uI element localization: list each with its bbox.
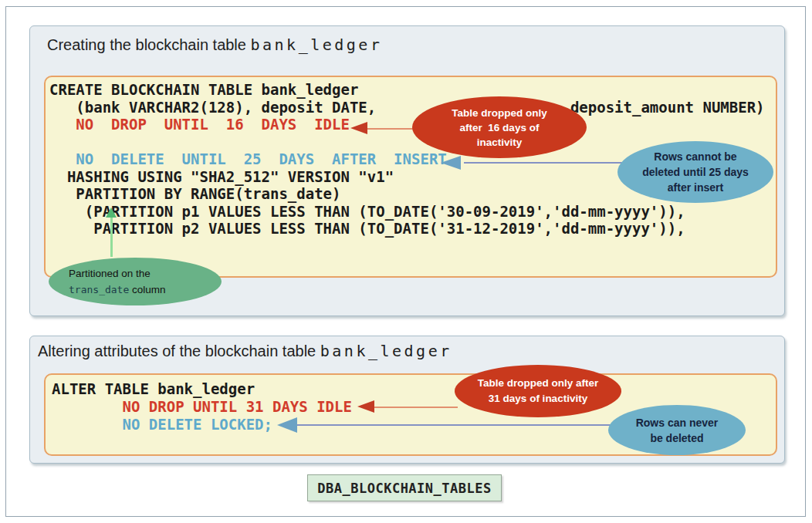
code-line: (PARTITION p1 VALUES LESS THAN (TO_DATE(…	[49, 203, 765, 221]
callout-drop-ellipse: Table dropped only after 31 days of inac…	[455, 365, 621, 417]
callout-delete-ellipse: Rows can never be deleted	[608, 405, 746, 455]
callout-text-suffix: column	[129, 284, 165, 295]
delete-arrow-head-icon	[277, 417, 297, 433]
callout-text: after 16 days of	[460, 120, 540, 135]
partition-arrow-head-icon	[106, 208, 117, 218]
callout-text: Table dropped only	[452, 106, 547, 120]
callout-delete-ellipse: Rows cannot be deleted until 25 days aft…	[617, 141, 773, 203]
delete-arrow-head-icon	[441, 156, 461, 170]
callout-text: after insert	[668, 180, 723, 195]
drop-arrow-line	[373, 407, 458, 408]
dba-blockchain-tables-label: DBA_BLOCKCHAIN_TABLES	[317, 481, 491, 496]
callout-code-fragment: trans_date	[69, 284, 129, 295]
panel-alter-table: Altering attributes of the blockchain ta…	[29, 336, 785, 464]
drop-arrow-head-icon	[350, 122, 367, 134]
code-line-no-drop: NO DROP UNTIL 16 DAYS IDLE	[49, 116, 765, 133]
panel2-title: Altering attributes of the blockchain ta…	[38, 342, 452, 360]
callout-drop-ellipse: Table dropped only after 16 days of inac…	[412, 96, 587, 158]
panel1-title-text: Creating the blockchain table	[47, 36, 251, 53]
callout-text: inactivity	[477, 135, 523, 150]
callout-text: Partitioned on the	[69, 265, 151, 282]
code-line-no-drop: NO DROP UNTIL 31 DAYS IDLE	[52, 398, 352, 416]
callout-text: Rows can never	[636, 415, 719, 430]
callout-partition-ellipse: Partitioned on the trans_date column	[49, 258, 222, 305]
callout-text: deleted until 25 days	[642, 164, 749, 180]
delete-arrow-line	[294, 424, 611, 426]
partition-arrow-line	[110, 217, 113, 257]
dba-blockchain-tables-box: DBA_BLOCKCHAIN_TABLES	[307, 474, 502, 501]
code-line: ALTER TABLE bank_ledger	[52, 380, 352, 398]
callout-text: Table dropped only after	[478, 376, 599, 391]
callout-text: trans_date column	[69, 282, 166, 298]
panel1-title: Creating the blockchain table bank_ledge…	[47, 35, 382, 54]
blockchain-table-diagram: Creating the blockchain table bank_ledge…	[0, 0, 812, 523]
delete-arrow-line	[464, 162, 622, 164]
callout-text: 31 days of inactivity	[489, 391, 587, 407]
panel1-title-code: bank_ledger	[251, 35, 383, 54]
panel-create-table: Creating the blockchain table bank_ledge…	[29, 25, 785, 316]
callout-text: Rows cannot be	[654, 149, 736, 164]
drop-arrow-line	[365, 128, 416, 130]
panel2-title-text: Altering attributes of the blockchain ta…	[38, 342, 320, 359]
code-line: PARTITION p2 VALUES LESS THAN (TO_DATE('…	[49, 220, 765, 238]
code-line: (bank VARCHAR2(128), deposit DATE, depos…	[49, 99, 765, 116]
callout-text: be deleted	[650, 430, 703, 446]
code-line: CREATE BLOCKCHAIN TABLE bank_ledger	[49, 81, 765, 99]
panel2-title-code: bank_ledger	[320, 342, 452, 360]
drop-arrow-head-icon	[357, 400, 374, 413]
